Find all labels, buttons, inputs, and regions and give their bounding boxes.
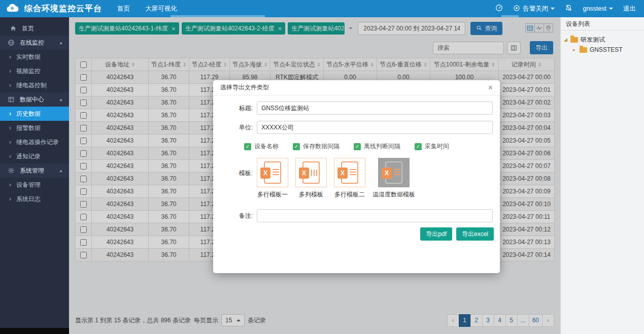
sidebar-bottom-gap bbox=[0, 328, 69, 334]
remark-field-row: 备注: bbox=[220, 209, 493, 222]
checkbox-checked-icon[interactable]: ✓ bbox=[354, 143, 361, 150]
nav-indicator bbox=[171, 15, 265, 17]
modal-actions: 导出pdf 导出excel bbox=[213, 227, 494, 241]
app-title: 综合环境监控云平台 bbox=[24, 4, 102, 14]
chevron-right-icon: › bbox=[9, 139, 11, 146]
folder-icon bbox=[570, 37, 578, 43]
tree-node-child[interactable]: ▸ GNSSTEST bbox=[564, 45, 641, 55]
checkbox-checked-icon[interactable]: ✓ bbox=[244, 143, 251, 150]
app-root: 综合环境监控云平台 首页 大屏可视化 告警关闭 gnsstest bbox=[0, 0, 644, 334]
excel-template-icon: X bbox=[378, 158, 410, 187]
chevron-right-icon: › bbox=[9, 124, 11, 131]
export-option[interactable]: ✓设备名称 bbox=[244, 142, 279, 151]
sidebar-item-video-monitor[interactable]: ›视频监控 bbox=[0, 64, 69, 78]
unit-field-row: 单位: bbox=[220, 121, 493, 134]
nav-right: 告警关闭 gnsstest 退出 bbox=[495, 4, 636, 13]
checkbox-checked-icon[interactable]: ✓ bbox=[415, 143, 422, 150]
export-option[interactable]: ✓离线判断间隔 bbox=[354, 142, 400, 151]
top-navbar: 综合环境监控云平台 首页 大屏可视化 告警关闭 gnsstest bbox=[0, 0, 644, 17]
modal-title: 选择导出文件类型 bbox=[220, 83, 269, 92]
template-option[interactable]: X多列模板 bbox=[295, 158, 327, 199]
sidebar-item-device-mgmt[interactable]: ›设备管理 bbox=[0, 178, 69, 192]
nav-indicator bbox=[501, 15, 519, 17]
gear-icon bbox=[7, 167, 15, 174]
collapse-arrow-icon: ▲ bbox=[59, 97, 63, 102]
template-option[interactable]: X多行模板一 bbox=[257, 158, 288, 199]
modal-header: 选择导出文件类型 × bbox=[213, 80, 500, 95]
device-panel-title: 设备列表 bbox=[561, 17, 644, 30]
sidebar-item-relay-control[interactable]: ›继电器控制 bbox=[0, 78, 69, 92]
title-label: 标题: bbox=[220, 104, 257, 113]
template-row: 模板: X多行模板一X多列模板X多行模板二X温湿度数据模板 bbox=[220, 158, 493, 199]
sidebar-item-home[interactable]: 首页 bbox=[0, 21, 69, 36]
datacenter-icon bbox=[7, 96, 15, 103]
sidebar-item-alarm-data[interactable]: ›报警数据 bbox=[0, 121, 69, 135]
excel-template-icon: X bbox=[334, 158, 365, 187]
sidebar-section-online-monitor[interactable]: 在线监控▲ bbox=[0, 36, 69, 50]
sidebar-item-relay-log[interactable]: ›继电器操作记录 bbox=[0, 135, 69, 149]
export-option[interactable]: ✓采集时间 bbox=[415, 142, 449, 151]
template-option-label: 多列模板 bbox=[299, 190, 323, 199]
nav-menu: 首页 大屏可视化 bbox=[117, 5, 177, 13]
alarm-toggle[interactable]: 告警关闭 bbox=[513, 5, 555, 13]
chevron-right-icon: › bbox=[9, 68, 11, 75]
remark-label: 备注: bbox=[220, 212, 257, 220]
caret-down-icon bbox=[609, 8, 613, 12]
caret-down-icon bbox=[551, 8, 555, 12]
collapse-arrow-icon: ▲ bbox=[59, 41, 63, 45]
chevron-right-icon: › bbox=[9, 82, 11, 89]
device-tree: ◢ 研发测试 ▸ GNSSTEST bbox=[561, 30, 644, 59]
export-option-label: 设备名称 bbox=[254, 142, 279, 151]
sidebar-item-realtime-data[interactable]: ›实时数据 bbox=[0, 50, 69, 64]
template-option-label: 多行模板二 bbox=[334, 190, 365, 199]
sidebar-item-system-log[interactable]: ›系统日志 bbox=[0, 192, 69, 206]
globe-icon bbox=[7, 39, 15, 46]
home-icon bbox=[9, 25, 17, 32]
export-option-label: 保存数据间隔 bbox=[303, 142, 340, 151]
chevron-right-icon: › bbox=[9, 53, 11, 60]
unit-label: 单位: bbox=[220, 123, 257, 132]
tree-node-root[interactable]: ◢ 研发测试 bbox=[564, 35, 641, 45]
username: gnsstest bbox=[583, 5, 606, 12]
collapse-arrow-icon: ▲ bbox=[59, 169, 63, 173]
close-icon[interactable]: × bbox=[488, 84, 493, 92]
template-label: 模板: bbox=[220, 158, 257, 199]
user-menu[interactable]: gnsstest bbox=[583, 5, 613, 12]
template-option[interactable]: X多行模板二 bbox=[334, 158, 365, 199]
sidebar-item-history-data[interactable]: ›历史数据 bbox=[0, 107, 69, 121]
template-option-label: 多行模板一 bbox=[257, 190, 288, 199]
left-sidebar: 首页在线监控▲›实时数据›视频监控›继电器控制数据中心▲›历史数据›报警数据›继… bbox=[0, 17, 69, 328]
cloud-logo-icon bbox=[5, 3, 20, 15]
template-option[interactable]: X温湿度数据模板 bbox=[372, 158, 415, 199]
checkbox-checked-icon[interactable]: ✓ bbox=[293, 143, 300, 150]
folder-icon bbox=[580, 47, 587, 53]
template-options: X多行模板一X多列模板X多行模板二X温湿度数据模板 bbox=[257, 158, 415, 199]
export-pdf-button[interactable]: 导出pdf bbox=[420, 227, 452, 241]
nav-item-bigscreen[interactable]: 大屏可视化 bbox=[145, 5, 177, 13]
chevron-right-icon: › bbox=[9, 195, 11, 203]
export-excel-button[interactable]: 导出excel bbox=[456, 227, 494, 241]
export-options: ✓设备名称✓保存数据间隔✓离线判断间隔✓采集时间 bbox=[244, 142, 493, 151]
tree-expander-icon[interactable]: ▸ bbox=[573, 47, 580, 52]
sidebar-section-system-mgmt[interactable]: 系统管理▲ bbox=[0, 163, 69, 178]
tree-expander-icon[interactable]: ◢ bbox=[564, 37, 570, 42]
chevron-right-icon: › bbox=[9, 181, 11, 188]
brand: 综合环境监控云平台 bbox=[5, 3, 102, 15]
sidebar-section-data-center[interactable]: 数据中心▲ bbox=[0, 92, 69, 107]
excel-template-icon: X bbox=[257, 158, 288, 187]
gauge-icon[interactable] bbox=[495, 4, 503, 13]
export-option-label: 离线判断间隔 bbox=[364, 142, 400, 151]
template-option-label: 温湿度数据模板 bbox=[372, 190, 415, 199]
chevron-right-icon: › bbox=[9, 153, 11, 160]
export-option[interactable]: ✓保存数据间隔 bbox=[293, 142, 340, 151]
export-option-label: 采集时间 bbox=[425, 142, 449, 151]
title-field[interactable] bbox=[257, 102, 493, 115]
sidebar-item-notice-log[interactable]: ›通知记录 bbox=[0, 149, 69, 163]
remark-field[interactable] bbox=[257, 209, 493, 222]
unit-field[interactable] bbox=[257, 121, 493, 134]
chevron-right-icon: › bbox=[9, 110, 11, 117]
alarm-label: 告警关闭 bbox=[523, 5, 548, 13]
nav-item-home[interactable]: 首页 bbox=[117, 5, 130, 13]
logout-button[interactable]: 退出 bbox=[623, 5, 636, 13]
bell-muted-icon[interactable] bbox=[565, 4, 572, 13]
